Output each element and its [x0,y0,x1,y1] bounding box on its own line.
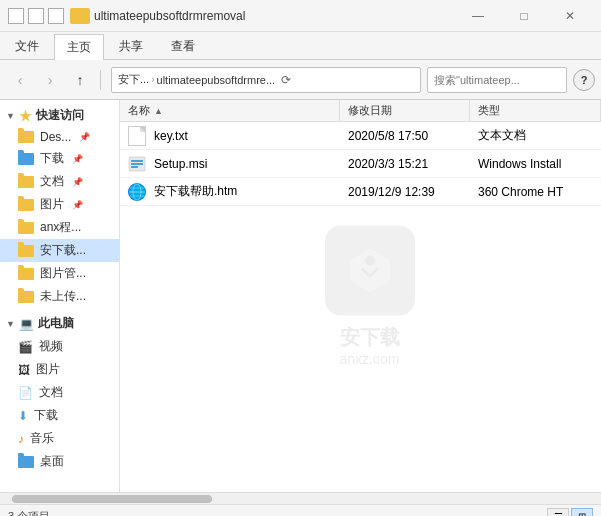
file-type: 文本文档 [478,127,526,144]
desktop-folder-icon [18,456,34,468]
file-type-cell: 文本文档 [470,122,601,149]
file-date-cell: 2019/12/9 12:39 [340,178,470,205]
pin-icon-2: 📌 [72,154,83,164]
quickaccess-icon: ★ [19,108,32,124]
sidebar-docs-label: 文档 [39,384,63,401]
status-count: 3 个项目 [8,509,547,516]
sidebar-item-notup[interactable]: 未上传... [0,285,119,308]
title-icon-1 [8,8,24,24]
sidebar-header-quickaccess[interactable]: ▼ ★ 快速访问 [0,104,119,127]
sidebar-item-download[interactable]: 下载 📌 [0,147,119,170]
toolbar-separator [100,70,101,90]
sidebar-item-documents[interactable]: 文档 📌 [0,170,119,193]
pc-icon: 💻 [19,317,34,331]
watermark-sub: anxz.com [340,351,400,367]
close-button[interactable]: ✕ [547,0,593,32]
file-type-cell: 360 Chrome HT [470,178,601,205]
sidebar-item-images[interactable]: 🖼 图片 [0,358,119,381]
sidebar-item-music[interactable]: ♪ 音乐 [0,427,119,450]
music-icon: ♪ [18,432,24,446]
tab-share[interactable]: 共享 [106,33,156,59]
sidebar-item-video[interactable]: 🎬 视频 [0,335,119,358]
folder-icon-4 [18,199,34,211]
breadcrumb: 安下... › ultimateepubsoftdrmre... [118,72,275,87]
detail-view-button[interactable]: ⊞ [571,508,593,517]
minimize-button[interactable]: — [455,0,501,32]
address-refresh-button[interactable]: ⟳ [279,73,293,87]
svg-rect-5 [131,166,138,168]
title-icon-3 [48,8,64,24]
sidebar-item-docs[interactable]: 📄 文档 [0,381,119,404]
status-bar: 3 个项目 ☰ ⊞ [0,504,601,516]
htm-icon [128,183,146,201]
watermark: 安下载 anxz.com [325,226,415,367]
file-list-header: 名称 ▲ 修改日期 类型 [120,100,601,122]
sidebar: ▼ ★ 快速访问 Des... 📌 下载 📌 文档 📌 图片 [0,100,120,492]
help-button[interactable]: ? [573,69,595,91]
sidebar-item-documents-label: 文档 [40,173,64,190]
folder-icon-7 [18,268,34,280]
pin-icon-4: 📌 [72,200,83,210]
toolbar: ‹ › ↑ 安下... › ultimateepubsoftdrmre... ⟳… [0,60,601,100]
col-header-name[interactable]: 名称 ▲ [120,100,340,121]
video-icon: 🎬 [18,340,33,354]
pin-icon-3: 📌 [72,177,83,187]
watermark-text: 安下载 [340,324,400,351]
sidebar-item-anx-label: anx程... [40,219,81,236]
sidebar-item-desktop[interactable]: 桌面 [0,450,119,473]
svg-rect-0 [340,241,400,301]
maximize-button[interactable]: □ [501,0,547,32]
list-view-button[interactable]: ☰ [547,508,569,517]
file-name: Setup.msi [154,157,207,171]
search-box[interactable]: 🔍 [427,67,567,93]
folder-icon-3 [18,176,34,188]
sidebar-item-anxdownload[interactable]: 安下载... [0,239,119,262]
address-bar[interactable]: 安下... › ultimateepubsoftdrmre... ⟳ [111,67,421,93]
sidebar-item-des-label: Des... [40,130,71,144]
col-name-label: 名称 [128,103,150,118]
file-type: Windows Install [478,157,561,171]
horizontal-scrollbar[interactable] [0,492,601,504]
tab-home[interactable]: 主页 [54,34,104,60]
col-header-date[interactable]: 修改日期 [340,100,470,121]
sidebar-thispc-label: 此电脑 [38,315,74,332]
sidebar-item-des[interactable]: Des... 📌 [0,127,119,147]
window-controls[interactable]: — □ ✕ [455,0,593,32]
col-date-label: 修改日期 [348,103,392,118]
table-row[interactable]: key.txt 2020/5/8 17:50 文本文档 [120,122,601,150]
main-area: ▼ ★ 快速访问 Des... 📌 下载 📌 文档 📌 图片 [0,100,601,492]
col-header-type[interactable]: 类型 [470,100,601,121]
tab-view[interactable]: 查看 [158,33,208,59]
up-button[interactable]: ↑ [66,66,94,94]
search-input[interactable] [434,74,572,86]
sidebar-item-dl[interactable]: ⬇ 下载 [0,404,119,427]
sidebar-header-thispc[interactable]: ▼ 💻 此电脑 [0,312,119,335]
svg-rect-3 [131,160,143,162]
col-type-label: 类型 [478,103,500,118]
file-date: 2020/3/3 15:21 [348,157,428,171]
pin-icon: 📌 [79,132,90,142]
folder-icon-blue [18,153,34,165]
sidebar-item-anx[interactable]: anx程... [0,216,119,239]
hscroll-thumb[interactable] [12,495,212,503]
file-list[interactable]: 安下载 anxz.com 名称 ▲ 修改日期 类型 key.txt 2020/5… [120,100,601,492]
tab-file[interactable]: 文件 [2,33,52,59]
sidebar-dl-label: 下载 [34,407,58,424]
folder-icon-5 [18,222,34,234]
sidebar-item-pictures-label: 图片 [40,196,64,213]
sidebar-item-picmgr[interactable]: 图片管... [0,262,119,285]
breadcrumb-part-2: ultimateepubsoftdrmre... [157,74,276,86]
folder-icon-6 [18,245,34,257]
sidebar-item-pictures[interactable]: 图片 📌 [0,193,119,216]
back-button[interactable]: ‹ [6,66,34,94]
forward-button[interactable]: › [36,66,64,94]
table-row[interactable]: 安下载帮助.htm 2019/12/9 12:39 360 Chrome HT [120,178,601,206]
download-icon: ⬇ [18,409,28,423]
txt-icon [128,126,146,146]
sidebar-section-quickaccess: ▼ ★ 快速访问 Des... 📌 下载 📌 文档 📌 图片 [0,104,119,308]
sidebar-section-thispc: ▼ 💻 此电脑 🎬 视频 🖼 图片 📄 文档 ⬇ 下载 ♪ [0,312,119,473]
sidebar-music-label: 音乐 [30,430,54,447]
table-row[interactable]: Setup.msi 2020/3/3 15:21 Windows Install [120,150,601,178]
title-bar: ultimateepubsoftdrmremoval — □ ✕ [0,0,601,32]
ribbon-tabs: 文件 主页 共享 查看 [0,32,601,60]
